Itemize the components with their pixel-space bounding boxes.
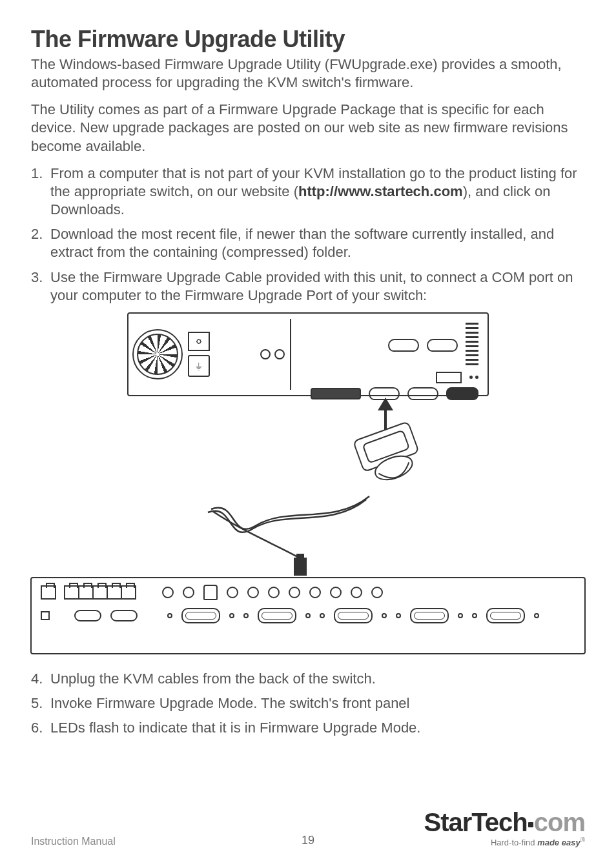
audio-jack-icon <box>330 587 342 598</box>
rj45-port-icon <box>107 585 122 600</box>
cable-svg <box>127 396 489 577</box>
svg-marker-1 <box>378 398 393 410</box>
logo-text-suffix: com <box>534 808 585 836</box>
steps-list-top: 1. From a computer that is not part of y… <box>31 165 585 305</box>
audio-jack-icon <box>162 587 174 598</box>
page-footer: Instruction Manual 19 StarTechcom Hard-t… <box>31 809 585 847</box>
fan-icon <box>132 329 183 379</box>
kvm-port-icon <box>410 608 449 623</box>
step-3: 3. Use the Firmware Upgrade Cable provid… <box>31 268 585 305</box>
step-1: 1. From a computer that is not part of y… <box>31 165 585 219</box>
registered-mark: ® <box>580 836 585 843</box>
step-url: http://www.startech.com <box>298 183 463 199</box>
screw-icon <box>243 613 249 618</box>
firmware-cable-illustration <box>127 396 489 577</box>
rj45-port-icon <box>121 585 136 600</box>
kvm-switch-rear-panel <box>30 577 586 654</box>
connection-diagram: ⭘ ⏚ <box>31 312 585 654</box>
steps-list-bottom: 4. Unplug the KVM cables from the back o… <box>31 670 585 737</box>
slot-icon <box>110 610 138 621</box>
step-5: 5. Invoke Firmware Upgrade Mode. The swi… <box>31 694 585 712</box>
audio-jack-icon <box>371 587 383 598</box>
step-text: Unplug the KVM cables from the back of t… <box>50 671 376 687</box>
audio-jack-icon <box>289 587 300 598</box>
screw-icon <box>458 613 463 618</box>
step-number: 5. <box>31 694 43 712</box>
intro-paragraph-2: The Utility comes as part of a Firmware … <box>31 101 585 155</box>
audio-jack-icon <box>351 587 362 598</box>
screw-icon <box>382 613 387 618</box>
screw-icon <box>534 613 539 618</box>
rj45-port-icon <box>78 585 94 600</box>
page-number: 19 <box>302 834 314 847</box>
section-heading: The Firmware Upgrade Utility <box>31 26 585 53</box>
power-socket-icon: ⏚ <box>188 355 210 377</box>
io-plate <box>290 319 484 390</box>
step-text: Download the most recent file, if newer … <box>50 226 554 260</box>
usb-b-port-icon <box>203 585 218 600</box>
audio-jack-icon <box>309 587 321 598</box>
ps2-port-icon <box>260 349 271 359</box>
power-switch-icon: ⭘ <box>188 332 210 351</box>
step-text: Invoke Firmware Upgrade Mode. The switch… <box>50 695 410 711</box>
kvm-port-icon <box>258 608 296 623</box>
intro-paragraph-1: The Windows-based Firmware Upgrade Utili… <box>31 56 585 92</box>
slot-icon <box>74 610 101 621</box>
screw-icon <box>305 613 311 618</box>
audio-jack-icon <box>183 587 194 598</box>
rj45-port-icon <box>41 585 56 600</box>
svg-rect-5 <box>294 558 307 576</box>
screw-icon <box>320 613 325 618</box>
rj45-port-icon <box>92 585 108 600</box>
logo-dot-icon <box>528 822 533 827</box>
step-number: 6. <box>31 719 43 737</box>
step-6: 6. LEDs flash to indicate that it is in … <box>31 719 585 737</box>
screw-icon <box>229 613 234 618</box>
power-jack-icon <box>41 611 50 620</box>
step-number: 3. <box>31 268 43 287</box>
screw-icon <box>167 613 172 618</box>
audio-jack-icon <box>227 587 238 598</box>
tagline-pre: Hard-to-find <box>491 838 537 847</box>
step-number: 2. <box>31 225 43 243</box>
vent-icon <box>466 323 478 368</box>
kvm-port-icon <box>334 608 373 623</box>
ps2-port-icon <box>274 349 285 359</box>
step-2: 2. Download the most recent file, if new… <box>31 225 585 261</box>
kvm-port-icon <box>486 608 525 623</box>
tagline-bold: made easy <box>537 838 580 847</box>
serial-port-icon <box>388 339 419 352</box>
screw-icon <box>472 613 477 618</box>
logo-text-main: StarTech <box>424 808 528 836</box>
startech-logo: StarTechcom Hard-to-find made easy® <box>424 809 585 847</box>
serial-port-icon <box>427 339 458 352</box>
screw-icon <box>396 613 401 618</box>
step-text: Use the Firmware Upgrade Cable provided … <box>50 269 573 303</box>
step-text: LEDs flash to indicate that it is in Fir… <box>50 720 420 736</box>
step-number: 4. <box>31 670 43 688</box>
step-4: 4. Unplug the KVM cables from the back o… <box>31 670 585 688</box>
step-number: 1. <box>31 165 43 183</box>
audio-jack-icon <box>268 587 280 598</box>
rj45-port-icon <box>64 585 79 600</box>
kvm-port-icon <box>181 608 220 623</box>
audio-jack-icon <box>247 587 259 598</box>
computer-rear-panel: ⭘ ⏚ <box>127 312 489 396</box>
footer-doc-title: Instruction Manual <box>31 836 116 847</box>
